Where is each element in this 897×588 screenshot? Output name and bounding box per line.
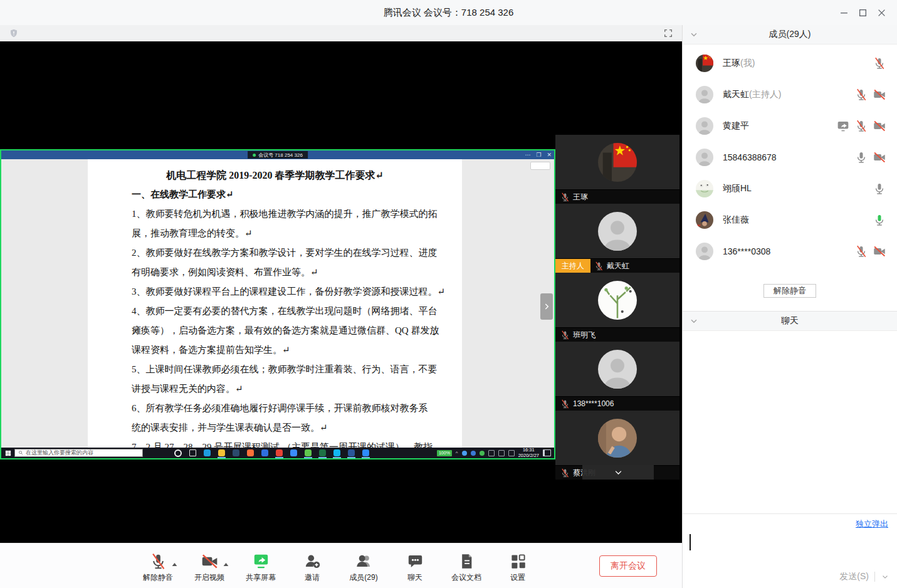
mic-muted-icon — [855, 88, 868, 101]
toolbar-button-invite[interactable]: 邀请 — [296, 552, 328, 583]
member-suffix: (主持人) — [749, 89, 781, 99]
toolbar-button-label: 设置 — [510, 572, 525, 583]
stage-toolbar — [0, 25, 682, 41]
search-icon — [18, 450, 23, 456]
video-thumbnail[interactable]: 主持人戴天虹 — [555, 204, 679, 273]
windows-taskbar: 在这里输入你要搜索的内容 100% ^ 16:31 — [1, 448, 554, 458]
avatar — [696, 55, 713, 72]
taskbar-search-text: 在这里输入你要搜索的内容 — [26, 449, 93, 457]
send-options-icon[interactable] — [881, 572, 889, 581]
window-controls — [834, 0, 891, 25]
chrome-icon — [276, 449, 283, 456]
member-status-icons — [837, 120, 886, 132]
video-thumbnails: 王琢主持人戴天虹班明飞138****1006蔡洪刚 — [555, 135, 679, 480]
thumbnail-video — [555, 273, 679, 328]
thumbnail-name-bar: 王琢 — [555, 190, 679, 204]
avatar — [696, 149, 713, 166]
chat-popout-link[interactable]: 独立弹出 — [856, 518, 888, 530]
member-status-icons — [855, 151, 886, 164]
collapse-chat-icon[interactable] — [689, 316, 699, 326]
wechat-icon — [305, 449, 312, 456]
member-name: 戴天虹(主持人) — [723, 89, 781, 100]
collapse-members-icon[interactable] — [689, 29, 699, 39]
mic-muted-icon — [855, 120, 868, 132]
mic-muted-icon — [560, 468, 570, 478]
screen-sharing-icon — [837, 120, 849, 132]
toolbar-button-camera-off[interactable]: 开启视频 — [193, 552, 226, 583]
video-thumbnail[interactable]: 蔡洪刚 — [555, 411, 679, 480]
document-line: 讲授与课程无关的内容。↵ — [132, 379, 418, 399]
thumbnail-name: 班明飞 — [573, 330, 595, 340]
send-row: 发送(S) — [683, 571, 897, 588]
toolbar-button-doc[interactable]: 会议文档 — [450, 552, 483, 583]
avatar — [696, 243, 713, 260]
minimize-button[interactable] — [834, 3, 853, 22]
camera-off-icon — [873, 245, 886, 258]
sidebar: 成员(29人) 王琢(我)戴天虹(主持人)黄建平15846388678翊颀HL张… — [683, 25, 897, 588]
video-thumbnail[interactable]: 138****1006 — [555, 342, 679, 411]
toolbar-button-screen-share[interactable]: 共享屏幕 — [244, 552, 277, 583]
toolbar-button-label: 邀请 — [305, 572, 320, 583]
doc-icon — [458, 552, 475, 570]
thumbnail-name-bar: 主持人戴天虹 — [555, 259, 679, 273]
document-line: 3、教师要做好课程平台上的课程建设工作，备份好教学资源和授课过程。↵ — [132, 282, 418, 302]
mic-on-icon — [855, 151, 868, 164]
firefox-icon — [247, 449, 254, 456]
close-icon: ✕ — [547, 152, 552, 158]
collapse-thumbnails-button[interactable] — [582, 465, 654, 480]
toolbar-button-label: 共享屏幕 — [246, 572, 276, 583]
member-row[interactable]: 王琢(我) — [683, 48, 897, 79]
chat-input[interactable] — [683, 531, 897, 571]
unmute-row: 解除静音 — [683, 284, 897, 298]
shield-icon[interactable] — [8, 27, 20, 39]
member-status-icons — [873, 214, 886, 226]
invite-icon — [303, 552, 321, 570]
meeting-id-badge: 会议号 718 254 326 — [248, 151, 308, 159]
member-name: 136****0308 — [723, 246, 770, 256]
video-thumbnail[interactable]: 王琢 — [555, 135, 679, 204]
maximize-button[interactable] — [853, 3, 872, 22]
mic-muted-lg-icon — [149, 552, 167, 570]
avatar — [598, 350, 637, 389]
video-thumbnail[interactable]: 班明飞 — [555, 273, 679, 342]
unmute-button[interactable]: 解除静音 — [763, 284, 816, 298]
word-icon — [348, 449, 355, 456]
edge-icon — [204, 449, 211, 456]
toolbar-button-members[interactable]: 成员(29) — [347, 552, 380, 583]
member-row[interactable]: 15846388678 — [683, 142, 897, 173]
shared-window-titlebar: 会议号 718 254 326 ⋯ ❐ ✕ — [1, 150, 554, 159]
toolbar-button-mic-muted[interactable]: 解除静音 — [142, 552, 174, 583]
leave-meeting-button[interactable]: 离开会议 — [599, 555, 657, 577]
caret-up-icon[interactable] — [172, 558, 177, 562]
member-row[interactable]: 136****0308 — [683, 236, 897, 267]
scrollbar-thumb — [530, 162, 550, 170]
send-button[interactable]: 发送(S) — [839, 571, 869, 582]
avatar — [696, 180, 713, 197]
member-row[interactable]: 黄建平 — [683, 110, 897, 142]
taskbar-clock: 16:31 2020/2/27 — [518, 448, 539, 458]
chat-icon — [406, 552, 424, 570]
thumbnail-name: 王琢 — [573, 192, 588, 202]
member-status-icons — [855, 245, 886, 258]
members-header: 成员(29人) — [683, 25, 897, 45]
mic-muted-icon — [594, 261, 604, 271]
caret-up-icon[interactable] — [223, 558, 229, 562]
screen-share-icon — [252, 552, 270, 570]
mic-active-icon — [873, 214, 886, 226]
member-row[interactable]: 张佳薇 — [683, 204, 897, 236]
close-button[interactable] — [872, 3, 891, 22]
thumbnails-expand-handle[interactable] — [540, 293, 553, 320]
member-row[interactable]: 戴天虹(主持人) — [683, 79, 897, 110]
toolbar-button-chat[interactable]: 聊天 — [399, 552, 431, 583]
start-icon — [3, 448, 13, 458]
member-row[interactable]: 翊颀HL — [683, 173, 897, 204]
chat-footer: 独立弹出 发送(S) — [683, 513, 897, 588]
thumbnail-name-bar: 138****1006 — [555, 397, 679, 411]
sharing-dot — [253, 154, 256, 157]
excel-icon — [319, 449, 326, 456]
member-name: 王琢(我) — [723, 58, 755, 69]
tray-system-icon — [488, 450, 495, 456]
toolbar-button-settings[interactable]: 设置 — [501, 552, 534, 583]
camera-off-icon — [873, 151, 886, 164]
fullscreen-icon[interactable] — [662, 27, 674, 39]
